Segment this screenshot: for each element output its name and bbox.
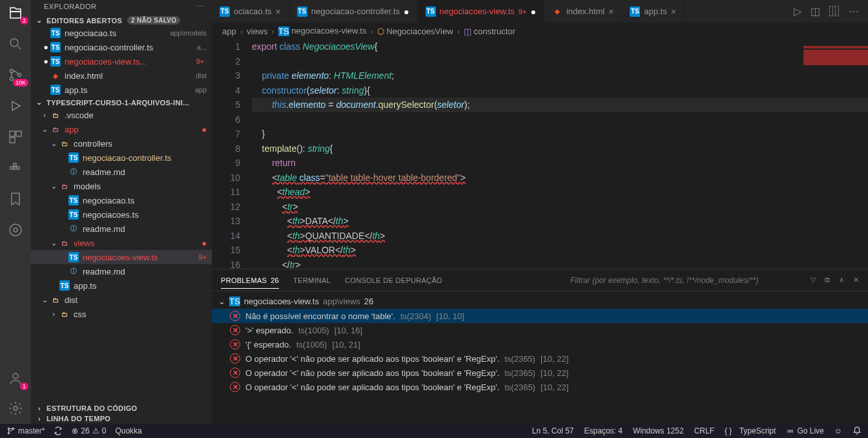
- close-panel-icon[interactable]: ✕: [853, 276, 859, 284]
- svg-point-0: [10, 39, 18, 47]
- more-actions-icon[interactable]: ⋯: [849, 5, 859, 17]
- more-icon[interactable]: ⋯: [197, 3, 205, 11]
- breadcrumbs[interactable]: app›views›TS negociacoes-view.ts›⬡ Negoc…: [212, 23, 868, 39]
- breadcrumb-item[interactable]: TS negociacoes-view.ts: [278, 26, 367, 36]
- editor-tab[interactable]: ◆index.html×: [544, 0, 622, 23]
- problem-row[interactable]: ✕Não é possível encontrar o nome 'table'…: [212, 309, 868, 323]
- problem-file-header[interactable]: ⌄TSnegociacoes-view.tsapp\views26: [212, 294, 868, 309]
- editor-area: TSociacao.ts×TSnegociacao-controller.ts●…: [212, 0, 868, 424]
- go-live[interactable]: Go Live: [786, 426, 823, 435]
- breadcrumb-item[interactable]: app: [222, 26, 236, 36]
- svg-rect-4: [10, 131, 15, 136]
- open-editor-item[interactable]: ●TSnegociacao-controller.tsa...: [31, 40, 212, 54]
- cursor-position[interactable]: Ln 5, Col 57: [532, 426, 574, 435]
- editor-tab[interactable]: TSnegociacoes-view.ts9+●: [418, 0, 544, 23]
- folder-item[interactable]: ⌄🗀controllers: [31, 136, 212, 151]
- folder-item[interactable]: ⌄🗀dist: [31, 293, 212, 307]
- problem-row[interactable]: ✕O operador '<' não pode ser aplicado ao…: [212, 366, 868, 380]
- filter-icon[interactable]: ▽: [811, 276, 816, 284]
- problem-row[interactable]: ✕'{' esperado.ts(1005)[10, 21]: [212, 337, 868, 351]
- gear-icon[interactable]: [6, 399, 25, 417]
- explorer-badge: 2: [20, 17, 28, 25]
- eol-status[interactable]: CRLF: [694, 426, 714, 435]
- language-mode[interactable]: { } TypeScript: [725, 426, 776, 435]
- gitlens-icon[interactable]: [6, 221, 25, 239]
- svg-point-13: [13, 373, 18, 379]
- notifications-icon[interactable]: [852, 426, 862, 435]
- tab-problems[interactable]: PROBLEMAS 26: [221, 276, 279, 289]
- editor-tab[interactable]: TSnegociacao-controller.ts●: [289, 0, 418, 23]
- sync-icon[interactable]: [54, 426, 63, 435]
- editor-tab[interactable]: TSociacao.ts×: [212, 0, 289, 23]
- editor-tabs: TSociacao.ts×TSnegociacao-controller.ts●…: [212, 0, 868, 23]
- folder-item[interactable]: ›🗀css: [31, 307, 212, 321]
- svg-rect-7: [10, 167, 13, 169]
- encoding-status[interactable]: Windows 1252: [633, 426, 684, 435]
- docker-icon[interactable]: [6, 159, 25, 177]
- folder-item[interactable]: ⌄🗀app●: [31, 122, 212, 136]
- errors-warnings[interactable]: ⊗26 ⚠0: [72, 426, 106, 435]
- file-item[interactable]: TSnegociacoes-view.ts9+: [31, 250, 212, 264]
- tab-debug-console[interactable]: CONSOLE DE DEPURAÇÃO: [345, 276, 442, 284]
- indent-status[interactable]: Espaços: 4: [584, 426, 623, 435]
- folder-item[interactable]: ⌄🗀views●: [31, 236, 212, 250]
- file-item[interactable]: ⓘreadme.md: [31, 165, 212, 179]
- breadcrumb-item[interactable]: views: [247, 26, 268, 36]
- minimap[interactable]: [797, 39, 868, 269]
- error-icon: ✕: [230, 368, 240, 378]
- explorer-title: EXPLORADOR: [44, 3, 96, 11]
- editor-tab[interactable]: TSapp.ts×: [622, 0, 685, 23]
- file-item[interactable]: TSnegociacoes.ts: [31, 207, 212, 222]
- explorer-sidebar: EXPLORADOR ⋯ ⌄ EDITORES ABERTOS 2 NÃO SA…: [31, 0, 212, 424]
- split-down-icon[interactable]: ⿲: [829, 6, 840, 17]
- error-icon: ✕: [230, 382, 240, 392]
- problem-row[interactable]: ✕O operador '<' não pode ser aplicado ao…: [212, 351, 868, 366]
- svg-point-16: [8, 432, 9, 433]
- folder-item[interactable]: ⌄🗀models: [31, 179, 212, 193]
- svg-rect-9: [17, 167, 19, 169]
- open-editor-item[interactable]: TSapp.tsapp: [31, 83, 212, 97]
- folder-item[interactable]: ›🗀.vscode: [31, 108, 212, 122]
- timeline-header[interactable]: ›LINHA DO TEMPO: [31, 413, 212, 424]
- svg-point-18: [789, 430, 791, 432]
- error-icon: ✕: [230, 311, 240, 321]
- source-control-icon[interactable]: 10K: [6, 66, 25, 84]
- file-item[interactable]: TSnegociacao-controller.ts: [31, 151, 212, 165]
- problems-filter-input[interactable]: [570, 276, 790, 285]
- account-icon[interactable]: 1: [6, 370, 25, 388]
- run-icon[interactable]: ▷: [794, 5, 801, 17]
- problem-row[interactable]: ✕'>' esperado.ts(1005)[10, 16]: [212, 323, 868, 337]
- svg-point-15: [8, 428, 9, 429]
- search-icon[interactable]: [6, 35, 25, 53]
- project-header[interactable]: ⌄ TYPESCRIPT-CURSO-1-ARQUIVOS-INI...: [31, 97, 212, 108]
- breadcrumb-item[interactable]: ⬡ NegociacoesView: [377, 26, 453, 36]
- svg-rect-8: [14, 167, 16, 169]
- code-editor[interactable]: export class NegociacoesView{ private el…: [252, 39, 868, 269]
- open-editor-item[interactable]: TSnegociacao.tsapp\models: [31, 26, 212, 40]
- bookmark-icon[interactable]: [6, 190, 25, 208]
- open-editors-header[interactable]: ⌄ EDITORES ABERTOS 2 NÃO SALVO: [31, 15, 212, 26]
- file-item[interactable]: TSnegociacao.ts: [31, 193, 212, 207]
- file-item[interactable]: ⓘreadme.md: [31, 264, 212, 278]
- file-item[interactable]: ⓘreadme.md: [31, 222, 212, 236]
- account-badge: 1: [20, 382, 28, 390]
- extensions-icon[interactable]: [6, 128, 25, 146]
- problem-row[interactable]: ✕O operador '<' não pode ser aplicado ao…: [212, 380, 868, 394]
- file-item[interactable]: TSapp.ts: [31, 278, 212, 293]
- explorer-icon[interactable]: 2: [6, 4, 25, 22]
- tab-terminal[interactable]: TERMINAL: [293, 276, 331, 284]
- maximize-icon[interactable]: ∧: [839, 276, 844, 284]
- split-icon[interactable]: ◫: [811, 5, 820, 17]
- svg-point-14: [14, 406, 17, 410]
- open-editor-item[interactable]: ◆index.htmldist: [31, 68, 212, 83]
- breadcrumb-item[interactable]: ◫ constructor: [464, 26, 515, 36]
- error-icon: ✕: [230, 353, 240, 364]
- quokka-status[interactable]: Quokka: [115, 426, 141, 435]
- outline-header[interactable]: ›ESTRUTURA DO CÓDIGO: [31, 403, 212, 413]
- collapse-icon[interactable]: ⧉: [825, 276, 830, 284]
- open-editor-item[interactable]: ●TSnegociacoes-view.ts...9+: [31, 54, 212, 68]
- line-gutter: 12345678910111213141516: [212, 39, 252, 269]
- run-debug-icon[interactable]: [6, 97, 25, 115]
- feedback-icon[interactable]: ☺: [834, 426, 842, 435]
- git-branch[interactable]: master*: [6, 426, 45, 435]
